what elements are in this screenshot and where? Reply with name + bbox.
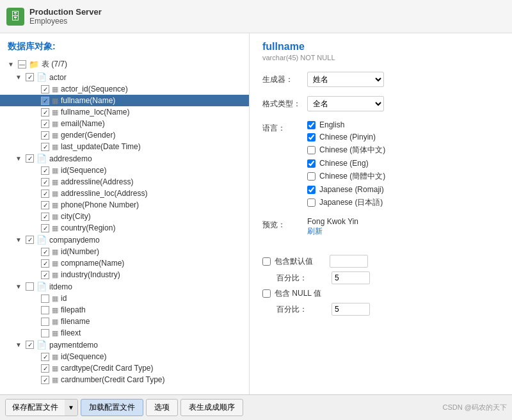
- gender-label: gender(Gender): [61, 131, 115, 140]
- cardtype-row[interactable]: ▦ cardtype(Credit Card Type): [0, 362, 249, 374]
- lang-chinese-eng-cb[interactable]: [307, 159, 316, 168]
- it-group[interactable]: 📄 itdemo: [0, 280, 249, 293]
- generator-select[interactable]: 姓名 名字 姓氏: [307, 72, 384, 87]
- industry-label: industry(Industry): [61, 270, 120, 279]
- save-config-button[interactable]: 保存配置文件: [6, 400, 65, 416]
- last-update-row[interactable]: ▦ last_update(Date Time): [0, 141, 249, 152]
- lang-japanese-romaji-cb[interactable]: [307, 186, 316, 194]
- actor-label: actor: [49, 73, 67, 82]
- options-button[interactable]: 选项: [146, 399, 178, 416]
- lang-chinese-eng: Chinese (Eng): [307, 159, 499, 168]
- load-config-button[interactable]: 加载配置文件: [81, 399, 143, 416]
- watermark: CSDN @码农的天下: [443, 403, 507, 412]
- right-panel: fullname varchar(45) NOT NULL 生成器： 姓名 名字…: [250, 33, 512, 394]
- city-row[interactable]: ▦ city(City): [0, 211, 249, 222]
- generator-row: 生成器： 姓名 名字 姓氏: [262, 72, 499, 87]
- payment-id-row[interactable]: ▦ id(Sequence): [0, 351, 249, 362]
- include-default-row: 包含默认值: [262, 255, 499, 268]
- gender-cb[interactable]: [41, 131, 49, 140]
- generate-order-button[interactable]: 表生成成顺序: [180, 399, 243, 416]
- it-label: itdemo: [49, 282, 72, 291]
- filepath-row[interactable]: ▦ filepath: [0, 304, 249, 316]
- include-default-cb[interactable]: [262, 257, 271, 266]
- filename-row[interactable]: ▦ filename: [0, 316, 249, 327]
- include-default-input[interactable]: [330, 255, 368, 268]
- lang-japanese-cb[interactable]: [307, 198, 316, 207]
- generator-control: 姓名 名字 姓氏: [307, 72, 499, 87]
- last-update-cb[interactable]: [41, 143, 49, 151]
- fullname-loc-row[interactable]: ▦ fullname_loc(Name): [0, 106, 249, 118]
- addr-id-row[interactable]: ▦ id(Sequence): [0, 165, 249, 176]
- format-select[interactable]: 全名 名字 姓: [307, 96, 384, 111]
- addr-cb[interactable]: [26, 154, 34, 163]
- it-arrow: [15, 283, 23, 290]
- email-row[interactable]: ▦ email(Name): [0, 118, 249, 129]
- lang-japanese-label: Japanese (日本語): [319, 197, 383, 208]
- preview-section: Fong Kwok Yin 刷新: [307, 217, 499, 237]
- company-id-row[interactable]: ▦ id(Number): [0, 246, 249, 257]
- country-row[interactable]: ▦ country(Region): [0, 222, 249, 234]
- include-default-label: 包含默认值: [275, 256, 326, 267]
- fileext-row[interactable]: ▦ fileext: [0, 327, 249, 339]
- col-icon-5: ▦: [52, 131, 58, 140]
- preview-row: 预览： Fong Kwok Yin 刷新: [262, 217, 499, 246]
- db-icon: 🗄: [6, 8, 24, 26]
- it-id-row[interactable]: ▦ id: [0, 293, 249, 304]
- lang-chinese-simp-cb[interactable]: [307, 146, 316, 154]
- fullname-row[interactable]: ▦ fullname(Name): [0, 95, 249, 106]
- payment-group[interactable]: 📄 paymentdemo: [0, 339, 249, 351]
- cardnumber-label: cardnumber(Credit Card Type): [61, 375, 165, 384]
- lang-chinese-trad-cb[interactable]: [307, 172, 316, 181]
- lang-chinese-trad: Chinese (簡體中文): [307, 171, 499, 182]
- col-icon-2: ▦: [52, 97, 58, 105]
- addr-group[interactable]: 📄 addresdemo: [0, 152, 249, 165]
- company-group[interactable]: 📄 companydemo: [0, 234, 249, 246]
- title-text: Production Server Employees: [29, 7, 102, 26]
- pct1-row: 百分比：: [262, 271, 499, 284]
- actor-cb[interactable]: [26, 73, 34, 81]
- compname-row[interactable]: ▦ compname(Name): [0, 257, 249, 269]
- lang-chinese-simp-label: Chinese (简体中文): [319, 145, 385, 156]
- cardnumber-row[interactable]: ▦ cardnumber(Credit Card Type): [0, 374, 249, 385]
- preview-refresh[interactable]: 刷新: [307, 226, 499, 237]
- lang-chinese-eng-label: Chinese (Eng): [319, 159, 369, 168]
- pct2-row: 百分比：: [262, 303, 499, 316]
- pct2-input[interactable]: [332, 303, 370, 316]
- company-id-label: id(Number): [61, 247, 99, 256]
- col-icon-6: ▦: [52, 143, 58, 151]
- save-config-arrow[interactable]: ▼: [65, 400, 77, 416]
- lang-chinese-trad-label: Chinese (簡體中文): [319, 171, 385, 182]
- it-cb[interactable]: [26, 282, 34, 291]
- lang-chinese-pinyin-cb[interactable]: [307, 133, 316, 141]
- addr-line-loc-row[interactable]: ▦ addressline_loc(Address): [0, 188, 249, 199]
- tables-group[interactable]: 📁 表 (7/7): [0, 58, 249, 71]
- industry-row[interactable]: ▦ industry(Industry): [0, 269, 249, 280]
- it-folder-icon: 📄: [36, 282, 47, 291]
- col-icon-3: ▦: [52, 108, 58, 117]
- company-cb[interactable]: [26, 236, 34, 244]
- section-title: 数据库对象:: [0, 38, 249, 58]
- lang-english: English: [307, 120, 499, 129]
- payment-cb[interactable]: [26, 341, 34, 349]
- gender-row[interactable]: ▦ gender(Gender): [0, 129, 249, 141]
- phone-row[interactable]: ▦ phone(Phone Number): [0, 199, 249, 211]
- email-cb[interactable]: [41, 120, 49, 128]
- actor-arrow: [15, 74, 23, 81]
- actor-group[interactable]: 📄 actor: [0, 71, 249, 83]
- it-id-label: id: [61, 294, 67, 303]
- lang-english-cb[interactable]: [307, 121, 316, 129]
- tables-cb[interactable]: [18, 60, 26, 69]
- phone-label: phone(Phone Number): [61, 200, 139, 209]
- fileext-label: fileext: [61, 328, 81, 337]
- bottom-bar: 保存配置文件 ▼ 加载配置文件 选项 表生成成顺序 CSDN @码农的天下: [0, 394, 512, 420]
- format-control: 全名 名字 姓: [307, 96, 499, 111]
- include-null-cb[interactable]: [262, 289, 271, 298]
- fullname-cb[interactable]: [41, 97, 49, 105]
- fullname-loc-cb[interactable]: [41, 108, 49, 117]
- pct2-label: 百分比：: [276, 304, 328, 315]
- filepath-label: filepath: [61, 305, 86, 314]
- actor-id-cb[interactable]: [41, 85, 49, 93]
- actor-id-row[interactable]: ▦ actor_id(Sequence): [0, 83, 249, 95]
- pct1-input[interactable]: [332, 271, 370, 284]
- addr-line-row[interactable]: ▦ addressline(Address): [0, 176, 249, 188]
